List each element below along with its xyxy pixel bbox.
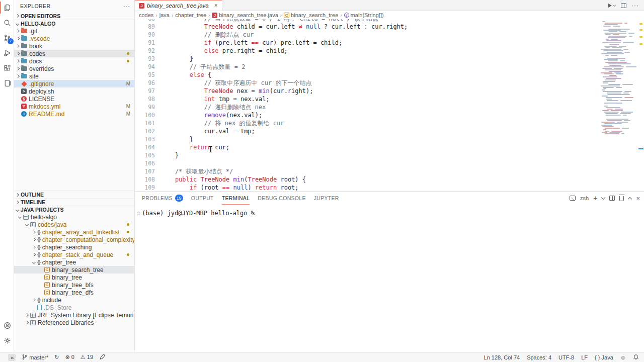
status-right-5[interactable]: ☺ xyxy=(620,354,626,360)
editor-more-actions-icon[interactable]: ··· xyxy=(631,2,639,9)
panel-tab-terminal[interactable]: TERMINAL xyxy=(222,192,250,205)
search-icon[interactable] xyxy=(0,15,14,30)
section-workspace[interactable]: HELLO-ALGO xyxy=(14,20,134,27)
code-line-102[interactable]: 102cur.val = tmp; xyxy=(135,127,644,135)
panel-tab-jupyter[interactable]: JUPYTER xyxy=(314,192,339,205)
explorer-item-site[interactable]: site xyxy=(14,72,134,80)
maximize-panel-icon[interactable] xyxy=(628,197,632,201)
code-line-93[interactable]: 93} xyxy=(135,55,644,63)
panel-tab-output[interactable]: OUTPUT xyxy=(191,192,214,205)
java-item-chapter-searching[interactable]: {}chapter_searching xyxy=(14,243,134,251)
explorer-item-mkdocs-yml[interactable]: Ymkdocs.ymlM xyxy=(14,103,134,110)
explorer-item-license[interactable]: §LICENSE xyxy=(14,95,134,103)
run-button[interactable] xyxy=(608,4,616,8)
split-terminal-icon[interactable] xyxy=(609,196,615,201)
status-right-3[interactable]: LF xyxy=(581,354,588,360)
status-right-2[interactable]: UTF-8 xyxy=(558,354,574,360)
shell-selector[interactable]: zsh xyxy=(580,195,589,201)
split-editor-icon[interactable] xyxy=(621,3,626,8)
java-item-binary-tree-bfs[interactable]: Cbinary_tree_bfs xyxy=(14,281,134,289)
close-panel-icon[interactable]: × xyxy=(636,195,640,202)
explorer-item-docs[interactable]: docs xyxy=(14,57,134,65)
terminal[interactable]: (base) jyd@JYD-MBP hello-algo % xyxy=(135,205,644,217)
java-item-jre-system-library-eclipse-temurin-17-17-[interactable]: JRE System Library [Eclipse Temurin 17 [… xyxy=(14,311,134,319)
code-line-91[interactable]: 91if (pre.left == cur) pre.left = child; xyxy=(135,39,644,47)
code-editor[interactable]: 88// 当子结点数量 = 0 / 1 时， child = null / 该子… xyxy=(135,19,644,191)
section-java-projects[interactable]: JAVA PROJECTS xyxy=(14,206,134,213)
status-left-3[interactable]: ⊗ 0 xyxy=(65,354,74,360)
java-item-chapter-stack-and-queue[interactable]: {}chapter_stack_and_queue xyxy=(14,251,134,258)
java-item--ds-store[interactable]: .DS_Store xyxy=(14,304,134,311)
code-line-99[interactable]: 99// 递归删除结点 nex xyxy=(135,103,644,111)
code-line-106[interactable]: 106 xyxy=(135,159,644,167)
status-left-0[interactable]: ›‹ xyxy=(8,354,16,361)
status-left-5[interactable] xyxy=(99,354,105,361)
explorer-item--vscode[interactable]: .vscode xyxy=(14,35,134,42)
kill-terminal-icon[interactable] xyxy=(619,196,624,201)
status-right-4[interactable]: { } Java xyxy=(595,354,613,360)
java-item-binary-tree[interactable]: Cbinary_tree xyxy=(14,274,134,281)
java-item-binary-tree-dfs[interactable]: Cbinary_tree_dfs xyxy=(14,289,134,296)
breadcrumb-item-java[interactable]: java xyxy=(159,12,170,18)
section-open-editors[interactable]: OPEN EDITORS xyxy=(14,12,134,20)
java-item-chapter-computational-complexity[interactable]: {}chapter_computational_complexity xyxy=(14,236,134,243)
run-debug-icon[interactable] xyxy=(0,45,14,60)
code-line-101[interactable]: 101// 将 nex 的值复制给 cur xyxy=(135,119,644,127)
notebook-icon[interactable] xyxy=(0,75,14,90)
java-item-binary-search-tree[interactable]: Cbinary_search_tree xyxy=(14,266,134,274)
java-item-chapter-tree[interactable]: {}chapter_tree xyxy=(14,258,134,266)
terminal-dropdown-icon[interactable] xyxy=(601,196,605,200)
status-right-1[interactable]: Spaces: 4 xyxy=(527,354,551,360)
explorer-item--gitignore[interactable]: .gitignoreM xyxy=(14,80,134,87)
status-left-1[interactable]: master* xyxy=(22,354,48,361)
source-control-icon[interactable]: 7 xyxy=(0,30,14,45)
explorer-item-book[interactable]: book xyxy=(14,42,134,50)
tab-close-icon[interactable]: × xyxy=(214,2,218,9)
breadcrumb-item-chapter-tree[interactable]: chapter_tree xyxy=(175,12,206,18)
code-line-108[interactable]: 108public TreeNode min(TreeNode root) { xyxy=(135,175,644,184)
section-timeline[interactable]: TIMELINE xyxy=(14,198,134,206)
status-left-4[interactable]: ⚠ 19 xyxy=(80,354,93,360)
code-line-90[interactable]: 90// 删除结点 cur xyxy=(135,31,644,39)
breadcrumb-item-binary-search-tree[interactable]: Cbinary_search_tree xyxy=(284,12,338,18)
code-line-92[interactable]: 92else pre.right = child; xyxy=(135,47,644,55)
settings-gear-icon[interactable] xyxy=(0,333,14,348)
panel-tab-debug-console[interactable]: DEBUG CONSOLE xyxy=(258,192,306,205)
code-line-109[interactable]: 109if (root == null) return root; xyxy=(135,184,644,191)
java-item-codes-java[interactable]: codes/java xyxy=(14,221,134,228)
code-line-88[interactable]: 88// 当子结点数量 = 0 / 1 时， child = null / 该子… xyxy=(135,19,644,23)
code-line-100[interactable]: 100remove(nex.val); xyxy=(135,111,644,119)
run-dropdown-icon[interactable] xyxy=(613,4,616,7)
panel-tab-problems[interactable]: PROBLEMS19 xyxy=(142,192,183,205)
minimap[interactable] xyxy=(599,19,638,191)
code-line-107[interactable]: 107/* 获取最小结点 */ xyxy=(135,167,644,175)
code-line-97[interactable]: 97TreeNode nex = min(cur.right); xyxy=(135,87,644,95)
java-item-hello-algo[interactable]: hello-algo xyxy=(14,213,134,221)
status-right-6[interactable] xyxy=(633,354,639,361)
sidebar-more-actions-icon[interactable]: ··· xyxy=(123,3,130,9)
code-line-98[interactable]: 98int tmp = nex.val; xyxy=(135,95,644,103)
status-right-0[interactable]: Ln 128, Col 74 xyxy=(484,354,520,360)
code-line-94[interactable]: 94// 子结点数量 = 2 xyxy=(135,63,644,71)
code-line-89[interactable]: 89TreeNode child = cur.left ≠ null ? cur… xyxy=(135,23,644,31)
java-item-referenced-libraries[interactable]: Referenced Libraries xyxy=(14,319,134,326)
java-item-chapter-array-and-linkedlist[interactable]: {}chapter_array_and_linkedlist xyxy=(14,228,134,236)
status-left-2[interactable]: ↻ xyxy=(54,354,59,360)
explorer-item--git[interactable]: .git xyxy=(14,27,134,35)
breadcrumb-item-binary-search-tree-java[interactable]: Jbinary_search_tree.java xyxy=(212,12,278,18)
code-line-103[interactable]: 103} xyxy=(135,135,644,143)
explorer-item-readme-md[interactable]: iREADME.mdM xyxy=(14,110,134,118)
breadcrumb-item-main-string-[interactable]: ƒmain(String[]) xyxy=(344,12,384,18)
explorer-item-deploy-sh[interactable]: >deploy.sh xyxy=(14,87,134,95)
code-line-96[interactable]: 96// 获取中序遍历中 cur 的下一个结点 xyxy=(135,79,644,87)
code-line-105[interactable]: 105} xyxy=(135,151,644,159)
tab-binary-search-tree[interactable]: J binary_search_tree.java × xyxy=(135,0,222,11)
breadcrumb-item-codes[interactable]: codes xyxy=(139,12,153,18)
extensions-icon[interactable] xyxy=(0,60,14,75)
account-icon[interactable] xyxy=(0,318,14,333)
new-terminal-icon[interactable]: + xyxy=(593,194,597,202)
code-line-95[interactable]: 95else { xyxy=(135,71,644,79)
explorer-icon[interactable] xyxy=(0,0,14,15)
section-outline[interactable]: OUTLINE xyxy=(14,191,134,198)
java-item-include[interactable]: {}include xyxy=(14,296,134,304)
